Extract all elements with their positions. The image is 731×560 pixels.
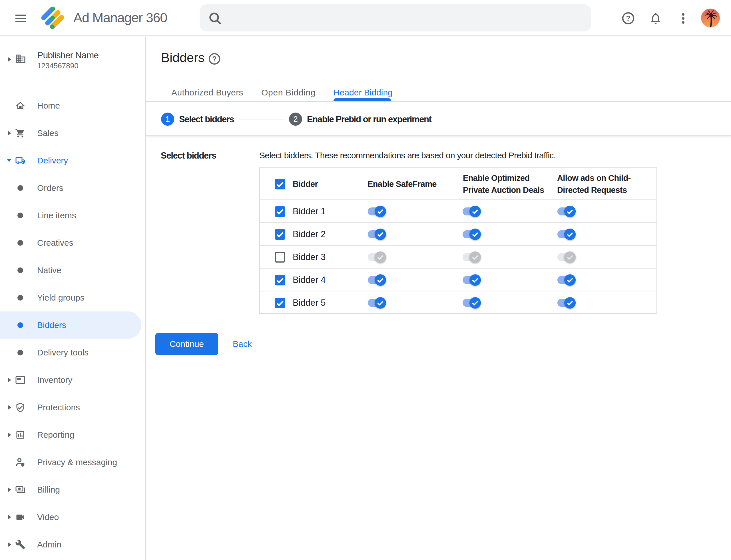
svg-text:?: ? <box>212 55 217 63</box>
svg-text:?: ? <box>626 14 630 23</box>
